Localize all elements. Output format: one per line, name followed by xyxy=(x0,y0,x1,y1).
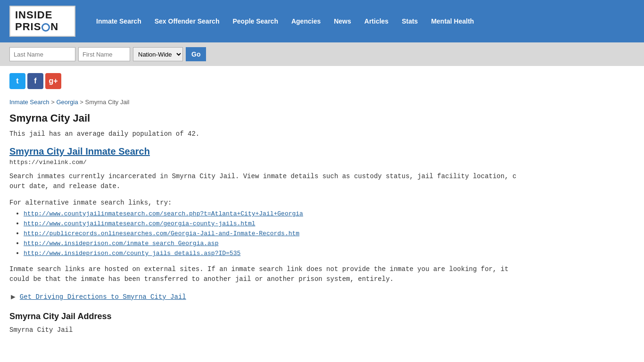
social-icons-bar: t f g+ xyxy=(0,66,644,94)
nav-inmate-search[interactable]: Inmate Search xyxy=(90,17,148,25)
logo-o-icon xyxy=(41,23,50,32)
address-heading: Smyrna City Jail Address xyxy=(9,312,603,321)
breadcrumb-sep1: > xyxy=(51,99,56,106)
nav-sex-offender-search[interactable]: Sex Offender Search xyxy=(148,17,226,25)
alt-link-4[interactable]: http://www.insideprison.com/inmate_searc… xyxy=(24,240,218,247)
list-item: http://www.countyjailinmatesearch.com/ge… xyxy=(24,219,603,227)
alt-links-intro: For alternative inmate search links, try… xyxy=(9,199,603,206)
gplus-icon[interactable]: g+ xyxy=(45,73,61,89)
search-bar: Nation-Wide Alabama Alaska Arizona Arkan… xyxy=(0,42,644,66)
intro-text: This jail has an average daily populatio… xyxy=(9,130,603,138)
disclaimer-text: Inmate search links are hosted on extern… xyxy=(9,264,603,284)
inmate-search-url: https://vinelink.com/ xyxy=(9,159,603,166)
alt-links-list: http://www.countyjailinmatesearch.com/se… xyxy=(9,209,603,257)
directions-section: ► Get Driving Directions to Smyrna City … xyxy=(9,293,603,301)
nav-articles[interactable]: Articles xyxy=(358,17,395,25)
facebook-icon[interactable]: f xyxy=(27,73,43,89)
directions-link[interactable]: Get Driving Directions to Smyrna City Ja… xyxy=(20,293,186,301)
nav-people-search[interactable]: People Search xyxy=(226,17,285,25)
alt-link-5[interactable]: http://www.insideprison.com/county_jails… xyxy=(24,250,240,257)
nav-agencies[interactable]: Agencies xyxy=(285,17,327,25)
breadcrumb-sep2: > xyxy=(80,99,85,106)
page-title: Smyrna City Jail xyxy=(9,112,603,124)
address-line1: Smyrna City Jail xyxy=(9,326,603,334)
logo[interactable]: INSIDE PRISN xyxy=(9,6,75,37)
breadcrumb: Inmate Search > Georgia > Smyrna City Ja… xyxy=(9,99,603,106)
breadcrumb-inmate-search[interactable]: Inmate Search xyxy=(9,99,50,106)
list-item: http://www.insideprison.com/county_jails… xyxy=(24,249,603,257)
list-item: http://www.countyjailinmatesearch.com/se… xyxy=(24,209,603,217)
logo-prison-text: PRISN xyxy=(15,21,70,33)
nav-news[interactable]: News xyxy=(327,17,358,25)
alt-link-1[interactable]: http://www.countyjailinmatesearch.com/se… xyxy=(24,210,303,217)
first-name-input[interactable] xyxy=(78,47,130,61)
twitter-icon[interactable]: t xyxy=(9,73,25,89)
last-name-input[interactable] xyxy=(9,47,75,61)
breadcrumb-georgia[interactable]: Georgia xyxy=(56,99,78,106)
list-item: http://publicrecords.onlinesearches.com/… xyxy=(24,229,603,237)
nav-mental-health[interactable]: Mental Health xyxy=(424,17,480,25)
site-header: INSIDE PRISN Inmate Search Sex Offender … xyxy=(0,0,644,42)
list-item: http://www.insideprison.com/inmate_searc… xyxy=(24,239,603,247)
inmate-search-desc: Search inmates currently incarcerated in… xyxy=(9,172,603,191)
main-content: Inmate Search > Georgia > Smyrna City Ja… xyxy=(0,94,613,348)
scope-select[interactable]: Nation-Wide Alabama Alaska Arizona Arkan… xyxy=(133,47,183,61)
breadcrumb-current: Smyrna City Jail xyxy=(85,99,129,106)
inmate-search-heading-link[interactable]: Smyrna City Jail Inmate Search xyxy=(9,146,150,157)
alt-link-3[interactable]: http://publicrecords.onlinesearches.com/… xyxy=(24,230,299,237)
main-nav: Inmate Search Sex Offender Search People… xyxy=(90,17,480,25)
go-button[interactable]: Go xyxy=(186,47,206,61)
alt-link-2[interactable]: http://www.countyjailinmatesearch.com/ge… xyxy=(24,220,255,227)
nav-stats[interactable]: Stats xyxy=(395,17,424,25)
directions-icon: ► xyxy=(9,293,17,301)
logo-inside-text: INSIDE xyxy=(15,9,70,21)
